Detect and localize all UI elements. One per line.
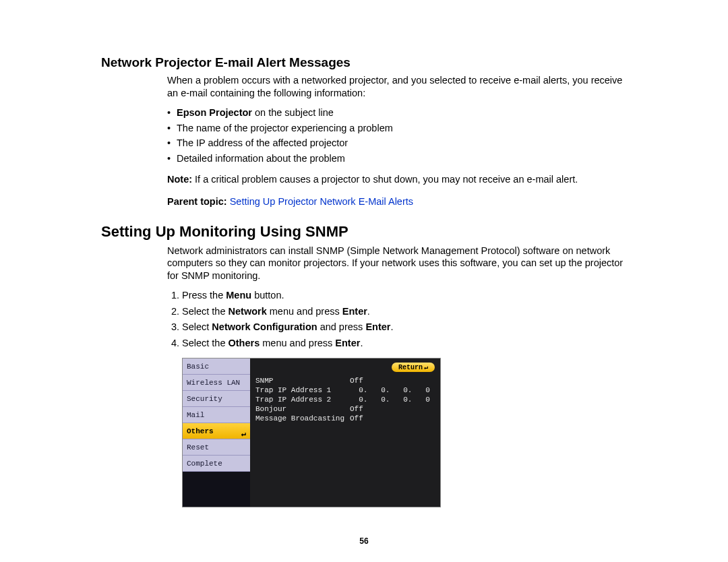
row-label: Trap IP Address 2 <box>255 395 350 404</box>
row-value: Off <box>350 376 435 385</box>
row-label: Trap IP Address 1 <box>255 385 350 395</box>
sidebar-item-wireless-lan[interactable]: Wireless LAN <box>183 375 250 391</box>
step3-a: Select <box>182 321 212 332</box>
step3-b: Network Configuration <box>212 321 317 332</box>
section1-bullets: Epson Projector on the subject line The … <box>167 106 627 165</box>
bullet-item: Detailed information about the problem <box>167 152 627 165</box>
steps-list: Press the Menu button. Select the Networ… <box>167 289 627 350</box>
step4-d: Enter <box>335 338 360 348</box>
row-value: 0. 0. 0. 0 <box>350 385 435 395</box>
sidebar-item-complete[interactable]: Complete <box>183 456 250 472</box>
bullet1-rest: on the subject line <box>252 107 334 118</box>
step3-d: Enter <box>365 321 390 332</box>
return-icon: ↵ <box>424 364 428 371</box>
step2-b: Network <box>229 306 267 317</box>
row-label: Bonjour <box>255 404 350 414</box>
row-label: SNMP <box>255 376 350 385</box>
panel-rows: SNMPOff Trap IP Address 1 0. 0. 0. 0 Tra… <box>255 376 435 423</box>
step4-c: menu and press <box>260 338 335 348</box>
step4-a: Select the <box>182 338 229 348</box>
step4-e: . <box>360 338 363 348</box>
sidebar-item-reset[interactable]: Reset <box>183 439 250 456</box>
step-item: Press the Menu button. <box>182 289 627 303</box>
row-label: Message Broadcasting <box>255 414 350 423</box>
sidebar-filler <box>183 472 250 507</box>
sidebar-item-others[interactable]: Others <box>183 423 250 439</box>
step3-c: and press <box>317 321 366 332</box>
return-button[interactable]: Return↵ <box>392 363 435 372</box>
bullet-item: The IP address of the affected projector <box>167 137 627 150</box>
parent-topic-label: Parent topic: <box>167 196 227 207</box>
step1-a: Press the <box>182 290 226 301</box>
page-number: 56 <box>0 536 728 546</box>
parent-topic: Parent topic: Setting Up Projector Netwo… <box>167 196 627 207</box>
step4-b: Others <box>229 338 260 348</box>
bullet1-bold: Epson Projector <box>177 107 252 118</box>
step-item: Select the Others menu and press Enter. <box>182 337 627 350</box>
row-value: Off <box>350 404 435 414</box>
section2-heading: Setting Up Monitoring Using SNMP <box>101 223 627 241</box>
step2-e: . <box>367 306 370 317</box>
row-value: Off <box>350 414 435 423</box>
row-value: 0. 0. 0. 0 <box>350 395 435 404</box>
menu-screenshot: Basic Wireless LAN Security Mail Others … <box>182 358 441 507</box>
sidebar-item-mail[interactable]: Mail <box>183 407 250 423</box>
panel-row: Trap IP Address 2 0. 0. 0. 0 <box>255 395 435 404</box>
note-block: Note: If a critical problem causes a pro… <box>167 173 627 187</box>
step1-b: Menu <box>226 290 251 301</box>
step3-e: . <box>390 321 393 332</box>
panel-row: Message BroadcastingOff <box>255 414 435 423</box>
step2-d: Enter <box>342 306 367 317</box>
step1-c: button. <box>251 290 284 301</box>
panel-row: Trap IP Address 1 0. 0. 0. 0 <box>255 385 435 395</box>
step2-c: menu and press <box>267 306 342 317</box>
parent-topic-link[interactable]: Setting Up Projector Network E-Mail Aler… <box>230 196 413 207</box>
section1-intro: When a problem occurs with a networked p… <box>167 74 627 100</box>
section1-heading: Network Projector E-mail Alert Messages <box>101 55 627 70</box>
menu-sidebar: Basic Wireless LAN Security Mail Others … <box>183 358 250 507</box>
bullet-item: The name of the projector experiencing a… <box>167 122 627 135</box>
step-item: Select the Network menu and press Enter. <box>182 305 627 319</box>
bullet-item: Epson Projector on the subject line <box>167 106 627 119</box>
panel-row: SNMPOff <box>255 376 435 385</box>
sidebar-item-security[interactable]: Security <box>183 391 250 407</box>
step2-a: Select the <box>182 306 229 317</box>
note-label: Note: <box>167 174 192 185</box>
panel-row: BonjourOff <box>255 404 435 414</box>
step-item: Select Network Configuration and press E… <box>182 321 627 334</box>
note-body: If a critical problem causes a projector… <box>192 174 578 185</box>
return-label: Return <box>398 364 423 371</box>
menu-panel: Return↵ SNMPOff Trap IP Address 1 0. 0. … <box>250 358 440 507</box>
section2-intro: Network administrators can install SNMP … <box>167 245 627 283</box>
sidebar-item-basic[interactable]: Basic <box>183 358 250 375</box>
